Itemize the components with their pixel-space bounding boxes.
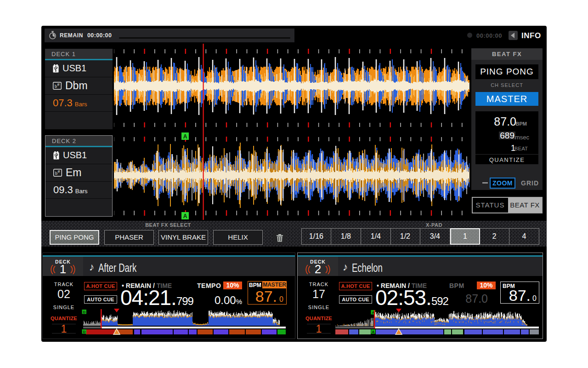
svg-text:b: b bbox=[55, 170, 57, 175]
svg-text:#: # bbox=[58, 169, 60, 174]
svg-text:A: A bbox=[183, 213, 187, 219]
svg-text:b: b bbox=[55, 83, 57, 88]
svg-text:A: A bbox=[183, 133, 187, 140]
svg-text:A: A bbox=[372, 330, 375, 334]
svg-text:D: D bbox=[83, 310, 86, 314]
svg-text:D: D bbox=[83, 330, 86, 334]
svg-text:#: # bbox=[57, 82, 60, 87]
